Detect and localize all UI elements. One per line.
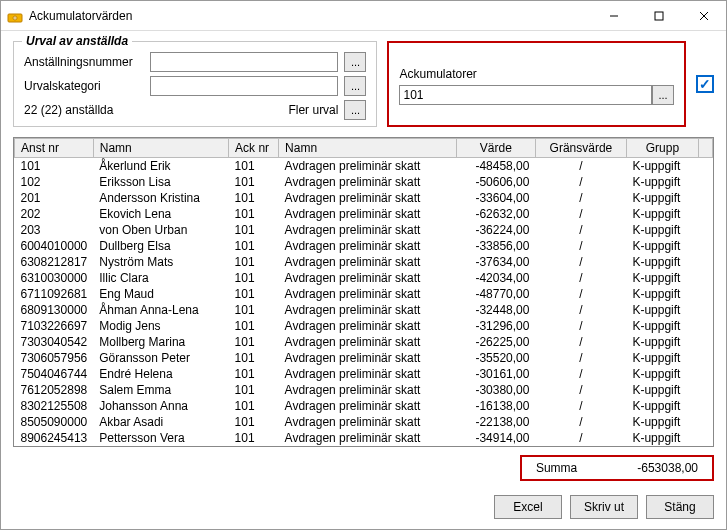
col-header-blank (699, 139, 713, 158)
table-row[interactable]: 7303040542Mollberg Marina101Avdragen pre… (15, 334, 713, 350)
table-body: 101Åkerlund Erik101Avdragen preliminär s… (15, 158, 713, 447)
cell-blank (699, 302, 713, 318)
cell-name: Göransson Peter (93, 350, 228, 366)
cell-anst: 6809130000 (15, 302, 94, 318)
cell-anst: 7306057956 (15, 350, 94, 366)
accumulator-browse-button[interactable]: ... (652, 85, 674, 105)
cell-ackname: Avdragen preliminär skatt (279, 238, 457, 254)
cell-ackname: Avdragen preliminär skatt (279, 382, 457, 398)
cell-ackname: Avdragen preliminär skatt (279, 398, 457, 414)
cell-anst: 6310030000 (15, 270, 94, 286)
maximize-button[interactable] (636, 1, 681, 30)
table-row[interactable]: 6809130000Åhman Anna-Lena101Avdragen pre… (15, 302, 713, 318)
cell-acknr: 101 (229, 174, 279, 190)
cell-acknr: 101 (229, 238, 279, 254)
table-row[interactable]: 8906245413Pettersson Vera101Avdragen pre… (15, 430, 713, 446)
col-header-name[interactable]: Namn (93, 139, 228, 158)
cell-acknr: 101 (229, 382, 279, 398)
table-row[interactable]: 6004010000Dullberg Elsa101Avdragen preli… (15, 238, 713, 254)
cell-ackname: Avdragen preliminär skatt (279, 334, 457, 350)
top-panels: Urval av anställda Anställningsnummer ..… (13, 41, 714, 127)
category-input[interactable] (150, 76, 338, 96)
cell-acknr: 101 (229, 254, 279, 270)
table-row[interactable]: 6310030000Illic Clara101Avdragen prelimi… (15, 270, 713, 286)
cell-acknr: 101 (229, 302, 279, 318)
status-row: 22 (22) anställda Fler urval ... (24, 100, 366, 120)
table-row[interactable]: 102Eriksson Lisa101Avdragen preliminär s… (15, 174, 713, 190)
employee-number-input[interactable] (150, 52, 338, 72)
category-label: Urvalskategori (24, 79, 144, 93)
cell-group: K-uppgift (626, 350, 698, 366)
table-row[interactable]: 8302125508Johansson Anna101Avdragen prel… (15, 398, 713, 414)
cell-blank (699, 222, 713, 238)
cell-group: K-uppgift (626, 222, 698, 238)
cell-blank (699, 318, 713, 334)
table-row[interactable]: 7612052898Salem Emma101Avdragen prelimin… (15, 382, 713, 398)
check-icon: ✓ (699, 77, 711, 91)
table-row[interactable]: 6308212817Nyström Mats101Avdragen prelim… (15, 254, 713, 270)
col-header-limit[interactable]: Gränsvärde (535, 139, 626, 158)
cell-name: Andersson Kristina (93, 190, 228, 206)
cell-group: K-uppgift (626, 286, 698, 302)
window-title: Ackumulatorvärden (29, 9, 591, 23)
table-row[interactable]: 7306057956Göransson Peter101Avdragen pre… (15, 350, 713, 366)
cell-anst: 202 (15, 206, 94, 222)
col-header-anst[interactable]: Anst nr (15, 139, 94, 158)
cell-group: K-uppgift (626, 366, 698, 382)
close-button[interactable] (681, 1, 726, 30)
cell-blank (699, 158, 713, 175)
cell-blank (699, 414, 713, 430)
cell-anst: 101 (15, 158, 94, 175)
employee-number-row: Anställningsnummer ... (24, 52, 366, 72)
more-selection-label: Fler urval (288, 103, 338, 117)
cell-anst: 6004010000 (15, 238, 94, 254)
table-row[interactable]: 7103226697Modig Jens101Avdragen prelimin… (15, 318, 713, 334)
cell-value: -32448,00 (456, 302, 535, 318)
table-row[interactable]: 201Andersson Kristina101Avdragen prelimi… (15, 190, 713, 206)
cell-value: -16138,00 (456, 398, 535, 414)
category-browse-button[interactable]: ... (344, 76, 366, 96)
table-row[interactable]: 8505090000Akbar Asadi101Avdragen prelimi… (15, 414, 713, 430)
cell-acknr: 101 (229, 270, 279, 286)
cell-value: -34914,00 (456, 430, 535, 446)
selection-legend: Urval av anställda (22, 34, 132, 48)
col-header-value[interactable]: Värde (456, 139, 535, 158)
table-row[interactable]: 202Ekovich Lena101Avdragen preliminär sk… (15, 206, 713, 222)
app-icon (7, 8, 23, 24)
cell-ackname: Avdragen preliminär skatt (279, 158, 457, 175)
table-row[interactable]: 101Åkerlund Erik101Avdragen preliminär s… (15, 158, 713, 175)
cell-anst: 102 (15, 174, 94, 190)
print-button[interactable]: Skriv ut (570, 495, 638, 519)
cell-name: Akbar Asadi (93, 414, 228, 430)
cell-blank (699, 350, 713, 366)
col-header-ackname[interactable]: Namn (279, 139, 457, 158)
table-row[interactable]: 6711092681Eng Maud101Avdragen preliminär… (15, 286, 713, 302)
cell-anst: 7612052898 (15, 382, 94, 398)
excel-button[interactable]: Excel (494, 495, 562, 519)
cell-limit: / (535, 190, 626, 206)
cell-group: K-uppgift (626, 190, 698, 206)
cell-acknr: 101 (229, 414, 279, 430)
cell-blank (699, 206, 713, 222)
cell-acknr: 101 (229, 430, 279, 446)
col-header-group[interactable]: Grupp (626, 139, 698, 158)
cell-name: Johansson Anna (93, 398, 228, 414)
titlebar: Ackumulatorvärden (1, 1, 726, 31)
table-row[interactable]: 203von Oben Urban101Avdragen preliminär … (15, 222, 713, 238)
cell-ackname: Avdragen preliminär skatt (279, 254, 457, 270)
cell-limit: / (535, 414, 626, 430)
close-dialog-button[interactable]: Stäng (646, 495, 714, 519)
col-header-acknr[interactable]: Ack nr (229, 139, 279, 158)
cell-limit: / (535, 254, 626, 270)
accumulator-input[interactable] (399, 85, 652, 105)
cell-ackname: Avdragen preliminär skatt (279, 430, 457, 446)
cell-anst: 7303040542 (15, 334, 94, 350)
more-selection-button[interactable]: ... (344, 100, 366, 120)
table-row[interactable]: 7504046744Endré Helena101Avdragen prelim… (15, 366, 713, 382)
minimize-button[interactable] (591, 1, 636, 30)
cell-ackname: Avdragen preliminär skatt (279, 270, 457, 286)
accumulator-checkbox[interactable]: ✓ (696, 75, 714, 93)
employee-number-browse-button[interactable]: ... (344, 52, 366, 72)
cell-anst: 8906245413 (15, 430, 94, 446)
cell-name: Endré Helena (93, 366, 228, 382)
